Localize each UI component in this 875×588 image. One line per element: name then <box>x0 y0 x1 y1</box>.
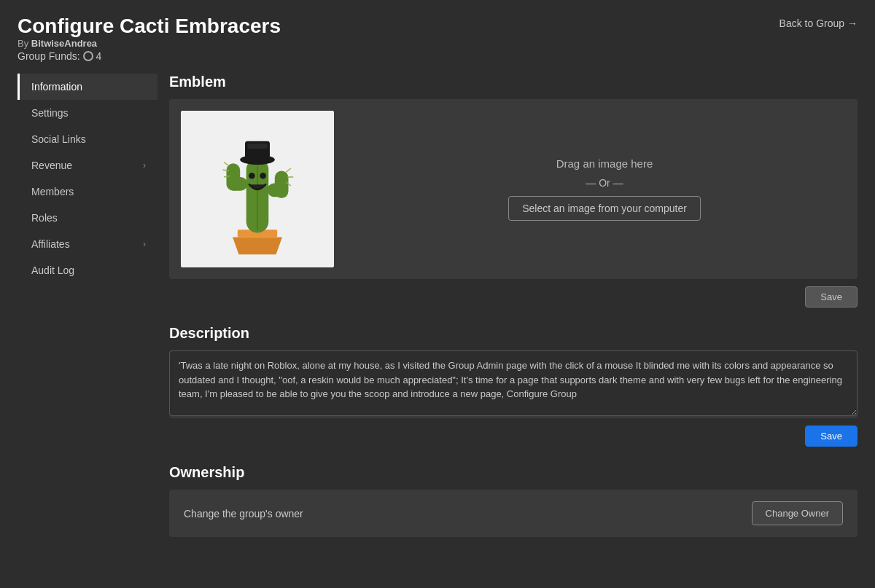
description-save-button[interactable]: Save <box>805 426 858 447</box>
emblem-section-title: Emblem <box>169 74 858 90</box>
chevron-right-icon: › <box>143 160 146 170</box>
svg-point-9 <box>260 173 266 179</box>
description-section-title: Description <box>169 325 858 342</box>
description-card <box>169 350 858 418</box>
sidebar-item-audit-log[interactable]: Audit Log <box>18 257 158 283</box>
change-owner-button[interactable]: Change Owner <box>752 501 843 525</box>
sidebar-item-label: Audit Log <box>31 264 74 276</box>
svg-marker-1 <box>233 237 282 254</box>
description-textarea[interactable] <box>169 350 858 416</box>
svg-rect-6 <box>275 170 289 197</box>
sidebar-item-roles[interactable]: Roles <box>18 205 158 231</box>
sidebar: Information Settings Social Links Revenu… <box>18 74 158 554</box>
sidebar-item-label: Revenue <box>31 160 72 171</box>
emblem-save-button[interactable]: Save <box>805 286 858 307</box>
page-title: Configure Cacti Embracers <box>18 15 281 38</box>
sidebar-item-settings[interactable]: Settings <box>18 100 158 126</box>
emblem-section: Emblem <box>169 74 858 307</box>
sidebar-item-information[interactable]: Information <box>18 74 158 100</box>
back-to-group-link[interactable]: Back to Group → <box>779 17 858 29</box>
emblem-card: Drag an image here — Or — Select an imag… <box>169 99 858 279</box>
robux-icon <box>83 51 93 61</box>
or-text: — Or — <box>586 177 623 189</box>
sidebar-item-label: Members <box>31 186 74 197</box>
sidebar-item-label: Settings <box>31 107 69 119</box>
by-label: By <box>18 38 28 49</box>
emblem-upload-area: Drag an image here — Or — Select an imag… <box>363 157 846 221</box>
sidebar-item-label: Information <box>31 81 82 93</box>
chevron-right-icon: › <box>143 239 146 249</box>
svg-line-13 <box>286 168 291 172</box>
drag-text: Drag an image here <box>556 157 653 170</box>
svg-rect-18 <box>247 144 267 149</box>
select-image-button[interactable]: Select an image from your computer <box>508 196 701 221</box>
ownership-section: Ownership Change the group's owner Chang… <box>169 464 858 537</box>
main-content: Emblem <box>158 74 858 554</box>
sidebar-item-label: Roles <box>31 212 58 224</box>
sidebar-item-label: Social Links <box>31 133 86 145</box>
sidebar-item-members[interactable]: Members <box>18 179 158 205</box>
emblem-image-area <box>181 111 334 267</box>
group-funds-label: Group Funds: <box>18 50 80 62</box>
group-funds-value: 4 <box>96 50 102 62</box>
description-section: Description Save <box>169 325 858 447</box>
cactus-illustration <box>195 120 319 259</box>
svg-point-8 <box>249 173 255 179</box>
ownership-section-title: Ownership <box>169 464 858 481</box>
svg-rect-4 <box>227 163 241 190</box>
sidebar-item-revenue[interactable]: Revenue › <box>18 152 158 179</box>
sidebar-item-label: Affiliates <box>31 238 70 250</box>
sidebar-item-social-links[interactable]: Social Links <box>18 126 158 152</box>
ownership-card: Change the group's owner Change Owner <box>169 490 858 537</box>
author-name: BitwiseAndrea <box>31 38 97 49</box>
ownership-label: Change the group's owner <box>184 508 303 520</box>
sidebar-item-affiliates[interactable]: Affiliates › <box>18 231 158 257</box>
svg-line-10 <box>224 162 229 165</box>
